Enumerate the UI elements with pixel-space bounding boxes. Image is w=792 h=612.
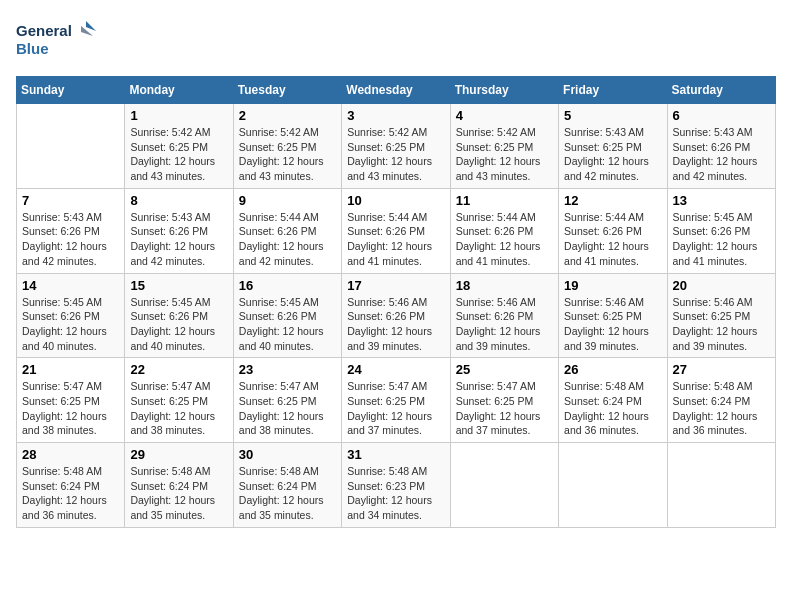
calendar-cell [667,443,775,528]
day-detail: Sunrise: 5:43 AMSunset: 6:26 PMDaylight:… [673,125,770,184]
day-number: 18 [456,278,553,293]
calendar-cell: 28Sunrise: 5:48 AMSunset: 6:24 PMDayligh… [17,443,125,528]
day-number: 16 [239,278,336,293]
calendar-table: SundayMondayTuesdayWednesdayThursdayFrid… [16,76,776,528]
calendar-cell: 10Sunrise: 5:44 AMSunset: 6:26 PMDayligh… [342,188,450,273]
calendar-cell: 8Sunrise: 5:43 AMSunset: 6:26 PMDaylight… [125,188,233,273]
day-detail: Sunrise: 5:42 AMSunset: 6:25 PMDaylight:… [130,125,227,184]
day-number: 6 [673,108,770,123]
calendar-cell: 6Sunrise: 5:43 AMSunset: 6:26 PMDaylight… [667,104,775,189]
day-header-friday: Friday [559,77,667,104]
calendar-cell: 7Sunrise: 5:43 AMSunset: 6:26 PMDaylight… [17,188,125,273]
day-detail: Sunrise: 5:47 AMSunset: 6:25 PMDaylight:… [347,379,444,438]
calendar-cell: 16Sunrise: 5:45 AMSunset: 6:26 PMDayligh… [233,273,341,358]
svg-text:Blue: Blue [16,40,49,57]
day-number: 15 [130,278,227,293]
day-detail: Sunrise: 5:48 AMSunset: 6:24 PMDaylight:… [673,379,770,438]
day-number: 1 [130,108,227,123]
day-detail: Sunrise: 5:48 AMSunset: 6:24 PMDaylight:… [239,464,336,523]
day-header-monday: Monday [125,77,233,104]
day-detail: Sunrise: 5:43 AMSunset: 6:26 PMDaylight:… [130,210,227,269]
calendar-cell: 21Sunrise: 5:47 AMSunset: 6:25 PMDayligh… [17,358,125,443]
calendar-cell: 25Sunrise: 5:47 AMSunset: 6:25 PMDayligh… [450,358,558,443]
day-number: 31 [347,447,444,462]
day-detail: Sunrise: 5:42 AMSunset: 6:25 PMDaylight:… [456,125,553,184]
day-header-tuesday: Tuesday [233,77,341,104]
calendar-cell: 17Sunrise: 5:46 AMSunset: 6:26 PMDayligh… [342,273,450,358]
day-detail: Sunrise: 5:44 AMSunset: 6:26 PMDaylight:… [564,210,661,269]
day-number: 23 [239,362,336,377]
svg-text:General: General [16,22,72,39]
day-detail: Sunrise: 5:46 AMSunset: 6:25 PMDaylight:… [673,295,770,354]
day-number: 13 [673,193,770,208]
calendar-cell: 2Sunrise: 5:42 AMSunset: 6:25 PMDaylight… [233,104,341,189]
logo-svg: General Blue [16,16,96,66]
day-number: 7 [22,193,119,208]
day-detail: Sunrise: 5:47 AMSunset: 6:25 PMDaylight:… [239,379,336,438]
day-number: 4 [456,108,553,123]
calendar-cell: 24Sunrise: 5:47 AMSunset: 6:25 PMDayligh… [342,358,450,443]
calendar-cell: 12Sunrise: 5:44 AMSunset: 6:26 PMDayligh… [559,188,667,273]
calendar-cell: 31Sunrise: 5:48 AMSunset: 6:23 PMDayligh… [342,443,450,528]
day-number: 10 [347,193,444,208]
day-detail: Sunrise: 5:48 AMSunset: 6:23 PMDaylight:… [347,464,444,523]
day-number: 25 [456,362,553,377]
calendar-cell: 26Sunrise: 5:48 AMSunset: 6:24 PMDayligh… [559,358,667,443]
day-number: 17 [347,278,444,293]
day-number: 29 [130,447,227,462]
logo: General Blue [16,16,96,66]
calendar-cell [559,443,667,528]
day-detail: Sunrise: 5:48 AMSunset: 6:24 PMDaylight:… [22,464,119,523]
svg-marker-2 [86,21,96,31]
day-number: 12 [564,193,661,208]
day-detail: Sunrise: 5:46 AMSunset: 6:26 PMDaylight:… [456,295,553,354]
day-detail: Sunrise: 5:46 AMSunset: 6:25 PMDaylight:… [564,295,661,354]
calendar-cell: 5Sunrise: 5:43 AMSunset: 6:25 PMDaylight… [559,104,667,189]
day-detail: Sunrise: 5:45 AMSunset: 6:26 PMDaylight:… [673,210,770,269]
day-number: 21 [22,362,119,377]
day-detail: Sunrise: 5:45 AMSunset: 6:26 PMDaylight:… [130,295,227,354]
day-number: 5 [564,108,661,123]
calendar-cell [17,104,125,189]
day-detail: Sunrise: 5:44 AMSunset: 6:26 PMDaylight:… [347,210,444,269]
day-detail: Sunrise: 5:43 AMSunset: 6:26 PMDaylight:… [22,210,119,269]
day-detail: Sunrise: 5:42 AMSunset: 6:25 PMDaylight:… [239,125,336,184]
calendar-cell: 19Sunrise: 5:46 AMSunset: 6:25 PMDayligh… [559,273,667,358]
calendar-cell [450,443,558,528]
calendar-cell: 27Sunrise: 5:48 AMSunset: 6:24 PMDayligh… [667,358,775,443]
calendar-cell: 29Sunrise: 5:48 AMSunset: 6:24 PMDayligh… [125,443,233,528]
day-detail: Sunrise: 5:48 AMSunset: 6:24 PMDaylight:… [130,464,227,523]
day-detail: Sunrise: 5:45 AMSunset: 6:26 PMDaylight:… [22,295,119,354]
calendar-cell: 1Sunrise: 5:42 AMSunset: 6:25 PMDaylight… [125,104,233,189]
day-detail: Sunrise: 5:47 AMSunset: 6:25 PMDaylight:… [22,379,119,438]
day-number: 9 [239,193,336,208]
day-detail: Sunrise: 5:44 AMSunset: 6:26 PMDaylight:… [239,210,336,269]
calendar-cell: 9Sunrise: 5:44 AMSunset: 6:26 PMDaylight… [233,188,341,273]
day-number: 24 [347,362,444,377]
day-detail: Sunrise: 5:44 AMSunset: 6:26 PMDaylight:… [456,210,553,269]
day-detail: Sunrise: 5:43 AMSunset: 6:25 PMDaylight:… [564,125,661,184]
calendar-cell: 22Sunrise: 5:47 AMSunset: 6:25 PMDayligh… [125,358,233,443]
calendar-cell: 18Sunrise: 5:46 AMSunset: 6:26 PMDayligh… [450,273,558,358]
calendar-cell: 23Sunrise: 5:47 AMSunset: 6:25 PMDayligh… [233,358,341,443]
calendar-cell: 30Sunrise: 5:48 AMSunset: 6:24 PMDayligh… [233,443,341,528]
day-detail: Sunrise: 5:42 AMSunset: 6:25 PMDaylight:… [347,125,444,184]
calendar-cell: 13Sunrise: 5:45 AMSunset: 6:26 PMDayligh… [667,188,775,273]
calendar-cell: 20Sunrise: 5:46 AMSunset: 6:25 PMDayligh… [667,273,775,358]
day-header-wednesday: Wednesday [342,77,450,104]
calendar-cell: 11Sunrise: 5:44 AMSunset: 6:26 PMDayligh… [450,188,558,273]
day-header-saturday: Saturday [667,77,775,104]
day-detail: Sunrise: 5:45 AMSunset: 6:26 PMDaylight:… [239,295,336,354]
day-number: 28 [22,447,119,462]
calendar-cell: 3Sunrise: 5:42 AMSunset: 6:25 PMDaylight… [342,104,450,189]
day-number: 8 [130,193,227,208]
calendar-cell: 15Sunrise: 5:45 AMSunset: 6:26 PMDayligh… [125,273,233,358]
header: General Blue [16,16,776,66]
day-number: 27 [673,362,770,377]
day-detail: Sunrise: 5:47 AMSunset: 6:25 PMDaylight:… [456,379,553,438]
day-number: 3 [347,108,444,123]
day-detail: Sunrise: 5:48 AMSunset: 6:24 PMDaylight:… [564,379,661,438]
day-header-sunday: Sunday [17,77,125,104]
calendar-cell: 14Sunrise: 5:45 AMSunset: 6:26 PMDayligh… [17,273,125,358]
day-number: 20 [673,278,770,293]
